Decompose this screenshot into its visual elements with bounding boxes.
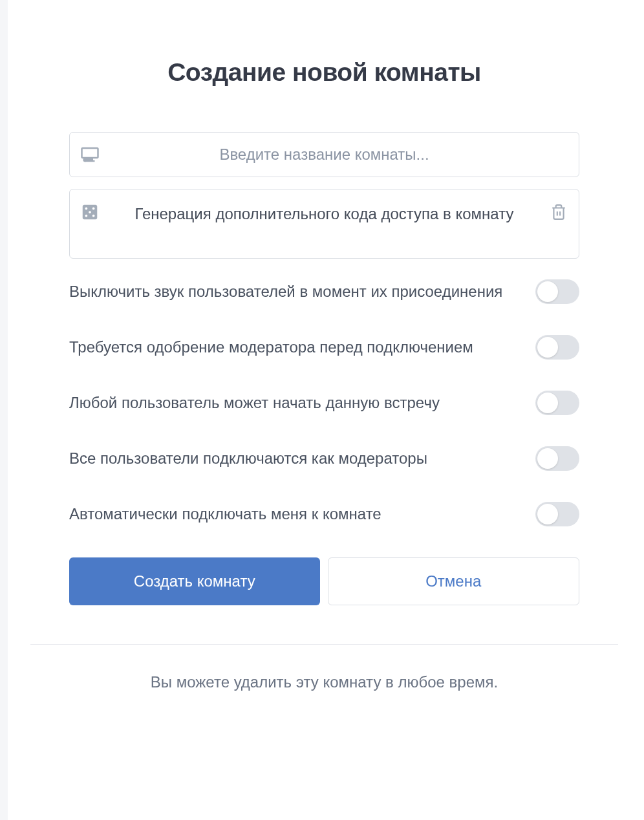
trash-icon[interactable] [539, 189, 579, 235]
cancel-button[interactable]: Отмена [328, 557, 580, 605]
toggle-mute-on-join[interactable] [535, 279, 579, 304]
modal-buttons: Создать комнату Отмена [69, 557, 579, 605]
toggle-label: Все пользователи подключаются как модера… [69, 446, 522, 470]
generate-access-code-button[interactable]: Генерация дополнительного кода доступа в… [110, 189, 539, 258]
room-name-input-group [69, 132, 579, 177]
toggle-all-moderators[interactable] [535, 446, 579, 471]
divider [30, 644, 618, 645]
toggle-label: Требуется одобрение модератора перед под… [69, 335, 522, 359]
toggle-row-all-moderators: Все пользователи подключаются как модера… [69, 446, 579, 471]
toggle-label: Любой пользователь может начать данную в… [69, 391, 522, 415]
create-room-button[interactable]: Создать комнату [69, 557, 320, 605]
create-room-modal: Создание новой комнаты Генерация дополни… [8, 0, 644, 820]
presentation-icon [70, 145, 110, 164]
toggle-row-anyone-can-start: Любой пользователь может начать данную в… [69, 391, 579, 415]
footer-note: Вы можете удалить эту комнату в любое вр… [69, 673, 579, 691]
toggle-label: Автоматически подключать меня к комнате [69, 502, 522, 526]
room-name-input[interactable] [110, 133, 579, 177]
toggle-row-mute-on-join: Выключить звук пользователей в момент их… [69, 279, 579, 304]
toggle-row-auto-join: Автоматически подключать меня к комнате [69, 502, 579, 526]
access-code-row: Генерация дополнительного кода доступа в… [69, 189, 579, 259]
toggle-label: Выключить звук пользователей в момент их… [69, 279, 522, 303]
toggle-auto-join[interactable] [535, 502, 579, 526]
dice-icon [70, 189, 110, 235]
svg-point-0 [83, 158, 87, 162]
toggle-moderator-approval[interactable] [535, 335, 579, 360]
toggle-row-moderator-approval: Требуется одобрение модератора перед под… [69, 335, 579, 360]
toggle-anyone-can-start[interactable] [535, 391, 579, 415]
modal-title: Создание новой комнаты [69, 58, 579, 87]
